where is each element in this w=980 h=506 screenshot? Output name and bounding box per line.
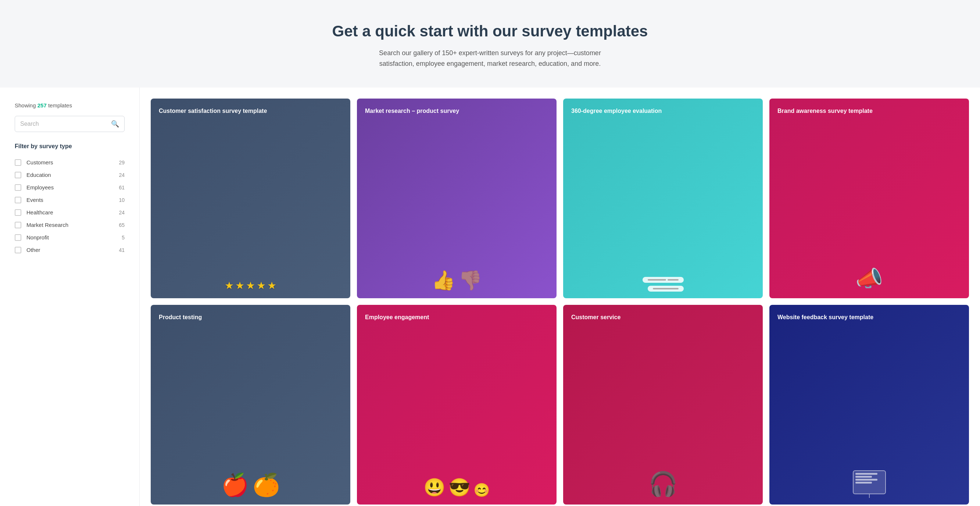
- apple-icon: 🍎: [221, 472, 249, 498]
- emoji-surprised-icon: 😊: [474, 482, 490, 498]
- filter-checkbox[interactable]: [15, 209, 21, 216]
- filter-label: Other: [27, 247, 119, 253]
- filter-label: Nonprofit: [27, 234, 122, 240]
- template-visual: 🍎 🍊: [159, 321, 342, 498]
- template-card[interactable]: Employee engagement 😃 😎 😊: [357, 305, 557, 504]
- template-title: Customer service: [571, 313, 755, 321]
- template-card-inner: Market research – product survey 👍 👎: [357, 99, 557, 298]
- filter-count: 65: [119, 222, 125, 228]
- filter-label: Education: [27, 172, 119, 178]
- template-card[interactable]: Customer service 🎧: [563, 305, 763, 504]
- filter-checkbox[interactable]: [15, 184, 21, 191]
- star-icon: ★: [246, 280, 255, 291]
- filter-item[interactable]: Events 10: [15, 194, 125, 206]
- main-content: Showing 257 templates 🔍 Filter by survey…: [0, 88, 980, 506]
- filter-count: 10: [119, 197, 125, 203]
- filter-count: 5: [122, 235, 125, 240]
- chat-bubbles-visual: [643, 277, 684, 291]
- search-icon: 🔍: [111, 120, 119, 128]
- thumbs-visual: 👍 👎: [431, 269, 482, 291]
- template-card-inner: Brand awareness survey template 📣: [769, 99, 969, 298]
- filter-item[interactable]: Other 41: [15, 244, 125, 256]
- emoji-cool-icon: 😎: [449, 477, 471, 498]
- template-card-inner: Customer service 🎧: [563, 305, 763, 504]
- filter-item[interactable]: Employees 61: [15, 181, 125, 194]
- header-section: Get a quick start with our survey templa…: [0, 0, 980, 88]
- filter-list: Customers 29 Education 24 Employees 61 E…: [15, 156, 125, 256]
- megaphone-icon: 📣: [855, 266, 883, 291]
- template-card[interactable]: 360-degree employee evaluation: [563, 99, 763, 298]
- showing-count-text: Showing 257 templates: [15, 102, 125, 108]
- star-icon: ★: [224, 280, 234, 291]
- filter-checkbox[interactable]: [15, 197, 21, 204]
- filter-item[interactable]: Healthcare 24: [15, 206, 125, 219]
- chat-bubble: [643, 277, 684, 283]
- template-card[interactable]: Brand awareness survey template 📣: [769, 99, 969, 298]
- template-card[interactable]: Website feedback survey template: [769, 305, 969, 504]
- template-card[interactable]: Product testing 🍎 🍊: [151, 305, 350, 504]
- sidebar: Showing 257 templates 🔍 Filter by survey…: [0, 88, 140, 506]
- star-icon: ★: [267, 280, 277, 291]
- template-visual: 🎧: [571, 321, 755, 498]
- template-visual: 📣: [778, 115, 961, 291]
- template-visual: [778, 321, 961, 498]
- template-card-inner: Employee engagement 😃 😎 😊: [357, 305, 557, 504]
- filter-count: 61: [119, 185, 125, 191]
- filter-label: Market Research: [27, 222, 119, 228]
- star-icon: ★: [235, 280, 245, 291]
- search-input[interactable]: [20, 121, 111, 127]
- template-visual: 😃 😎 😊: [365, 321, 549, 498]
- template-visual: ★ ★ ★ ★ ★: [159, 115, 342, 291]
- templates-grid: Customer satisfaction survey template ★ …: [151, 99, 969, 504]
- filter-count: 24: [119, 172, 125, 178]
- filter-count: 29: [119, 159, 125, 165]
- templates-area: Customer satisfaction survey template ★ …: [140, 88, 980, 506]
- filter-count: 41: [119, 247, 125, 253]
- template-visual: [571, 115, 755, 291]
- template-count: 257: [38, 102, 47, 108]
- filter-checkbox[interactable]: [15, 222, 21, 228]
- template-card[interactable]: Market research – product survey 👍 👎: [357, 99, 557, 298]
- monitor-screen: [853, 470, 886, 494]
- filter-label: Healthcare: [27, 209, 119, 215]
- template-visual: 👍 👎: [365, 115, 549, 291]
- template-title: Employee engagement: [365, 313, 549, 321]
- filter-checkbox[interactable]: [15, 159, 21, 166]
- filter-item[interactable]: Customers 29: [15, 156, 125, 169]
- thumbs-down-icon: 👎: [458, 269, 482, 291]
- template-card-inner: Website feedback survey template: [769, 305, 969, 504]
- filter-count: 24: [119, 210, 125, 215]
- filter-item[interactable]: Nonprofit 5: [15, 231, 125, 244]
- filter-checkbox[interactable]: [15, 247, 21, 253]
- search-box[interactable]: 🔍: [15, 116, 125, 132]
- filter-label: Employees: [27, 184, 119, 191]
- fruits-visual: 🍎 🍊: [221, 472, 280, 498]
- showing-suffix: templates: [48, 102, 72, 108]
- emoji-visual: 😃 😎 😊: [423, 477, 490, 498]
- template-title: Market research – product survey: [365, 107, 549, 115]
- thumbs-up-icon: 👍: [431, 269, 455, 291]
- template-title: Customer satisfaction survey template: [159, 107, 342, 115]
- emoji-happy-icon: 😃: [423, 477, 445, 498]
- headset-icon: 🎧: [648, 470, 678, 498]
- filter-title: Filter by survey type: [15, 143, 125, 150]
- template-title: Product testing: [159, 313, 342, 321]
- filter-label: Events: [27, 197, 119, 203]
- filter-item[interactable]: Market Research 65: [15, 219, 125, 231]
- star-rating-visual: ★ ★ ★ ★ ★: [224, 280, 277, 291]
- template-title: Brand awareness survey template: [778, 107, 961, 115]
- filter-item[interactable]: Education 24: [15, 169, 125, 181]
- page-subtitle: Search our gallery of 150+ expert-writte…: [365, 48, 615, 69]
- filter-label: Customers: [27, 159, 119, 165]
- monitor-stand: [869, 494, 870, 498]
- template-title: Website feedback survey template: [778, 313, 961, 321]
- monitor-visual: [853, 470, 886, 498]
- showing-label: Showing: [15, 102, 36, 108]
- filter-checkbox[interactable]: [15, 234, 21, 241]
- template-card-inner: Customer satisfaction survey template ★ …: [151, 99, 350, 298]
- template-card[interactable]: Customer satisfaction survey template ★ …: [151, 99, 350, 298]
- chat-bubble: [648, 286, 684, 291]
- orange-icon: 🍊: [253, 472, 280, 498]
- filter-checkbox[interactable]: [15, 172, 21, 178]
- page-title: Get a quick start with our survey templa…: [7, 22, 973, 40]
